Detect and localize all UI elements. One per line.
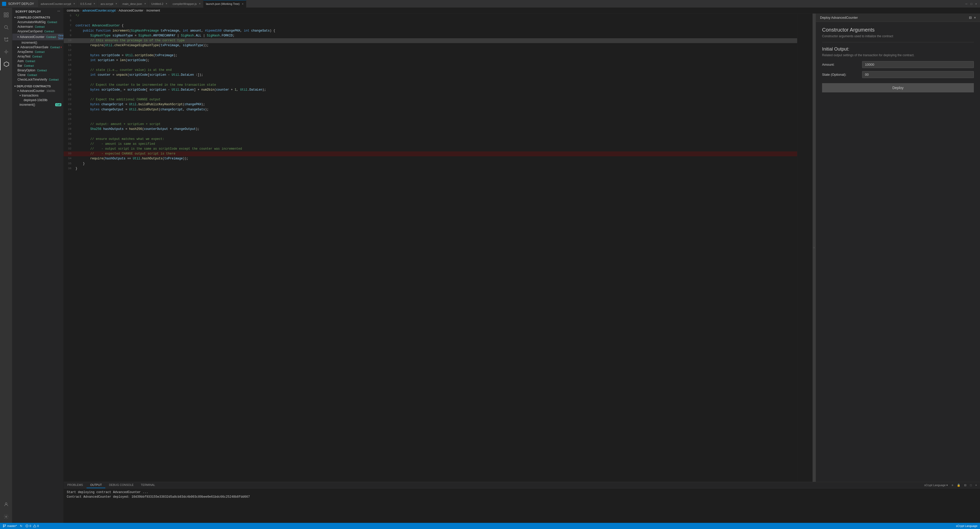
sidebar-item-asm[interactable]: Asm Contract bbox=[12, 59, 64, 64]
tab-advancedcounter-scrypt[interactable]: advancedCounter.scrypt× bbox=[38, 0, 78, 8]
tab-main-desc-json[interactable]: main_desc.json× bbox=[120, 0, 149, 8]
tab-close-icon[interactable]: × bbox=[144, 2, 146, 5]
sidebar-item-accumulator[interactable]: AccumulatorMultiSig Contract bbox=[12, 20, 64, 24]
tab-untitled-2[interactable]: Untitled-2× bbox=[149, 0, 170, 8]
tab-output[interactable]: OUTPUT bbox=[86, 482, 105, 488]
sidebar-item-arraytest[interactable]: ArrayTest Contract bbox=[12, 54, 64, 59]
tab-close-icon[interactable]: × bbox=[73, 2, 75, 5]
sidebar-item-transactions[interactable]: ▾ transactions bbox=[12, 93, 64, 98]
tab-compilerwrapper-js[interactable]: compilerWrapper.js× bbox=[170, 0, 204, 8]
code-line: 6 bbox=[64, 19, 797, 23]
tab-bar: advancedCounter.scrypt×0.5.5.md×acs.scry… bbox=[38, 0, 962, 8]
state-input[interactable] bbox=[862, 71, 974, 78]
amount-row: Amount: bbox=[822, 61, 974, 68]
tab-close-icon[interactable]: × bbox=[199, 2, 200, 5]
code-line: 20 bytes scriptCode_ = scriptCode[ scrip… bbox=[64, 87, 797, 92]
activity-debug[interactable] bbox=[0, 46, 12, 58]
bottom-tab-bar: PROBLEMS OUTPUT DEBUG CONSOLE TERMINAL s… bbox=[64, 482, 980, 488]
tab-launch-json--working-tree-[interactable]: launch.json (Working Tree)× bbox=[204, 0, 246, 8]
sidebar-item-clone[interactable]: Clone Contract bbox=[12, 73, 64, 77]
sidebar-item-checklocktime[interactable]: CheckLockTimeVerify Contract bbox=[12, 77, 64, 82]
code-line: 30 // ensure output matches what we expe… bbox=[64, 137, 797, 142]
tab-close-icon[interactable]: × bbox=[165, 2, 167, 5]
code-line: 11 require(Util.checkPreimageSigHashType… bbox=[64, 43, 797, 48]
tab-close-icon[interactable]: × bbox=[116, 2, 117, 5]
window-close[interactable]: × bbox=[974, 2, 978, 6]
tab-acs-scrypt[interactable]: acs.scrypt× bbox=[98, 0, 120, 8]
sidebar-item-anyonecanspend[interactable]: AnyoneCanSpend Contract bbox=[12, 29, 64, 33]
activity-source-control[interactable] bbox=[0, 33, 12, 46]
code-line: 31 // - amount is same as specified bbox=[64, 142, 797, 146]
activity-bar bbox=[0, 8, 12, 523]
panel-split-icon[interactable]: ⊟ bbox=[969, 16, 972, 19]
output-close-icon[interactable]: × bbox=[974, 483, 978, 487]
activity-explorer[interactable] bbox=[0, 9, 12, 21]
code-line: 29 bbox=[64, 132, 797, 137]
tab-0-5-5-md[interactable]: 0.5.5.md× bbox=[78, 0, 98, 8]
sidebar-item-deployed-increment[interactable]: increment() Call bbox=[12, 102, 64, 107]
output-line-2: Contract AdvancedCounter deployed: 10d39… bbox=[67, 495, 977, 499]
code-line: 13 bytes scriptCode = Util.scriptCode(tx… bbox=[64, 53, 797, 58]
activity-account[interactable] bbox=[0, 498, 12, 510]
code-editor[interactable]: 5 */ 6 7 contract AdvancedCounter { 8 pu… bbox=[64, 14, 797, 482]
sidebar-item-arraydemo[interactable]: ArrayDemo Contract bbox=[12, 49, 64, 54]
output-expand-icon[interactable]: □ bbox=[969, 483, 973, 487]
bottom-tab-actions: sCrypt Language ▾ ≡ 🔒 ⊟ □ × bbox=[923, 482, 980, 488]
warning-icon bbox=[33, 524, 36, 527]
error-dot bbox=[61, 46, 61, 48]
sidebar-item-ackermann[interactable]: Ackermann Contract bbox=[12, 24, 64, 29]
app-title: SCRYPT DEPLOY bbox=[8, 2, 34, 6]
output-collapse-icon[interactable]: ⊟ bbox=[963, 483, 967, 488]
tab-problems[interactable]: PROBLEMS bbox=[64, 482, 86, 488]
activity-search[interactable] bbox=[0, 21, 12, 33]
code-line: 14 int scriptLen = len(scriptCode); bbox=[64, 58, 797, 63]
output-lock-icon[interactable]: 🔒 bbox=[956, 483, 961, 488]
code-line: 18 bbox=[64, 78, 797, 83]
amount-input[interactable] bbox=[862, 61, 974, 68]
activity-scrypt[interactable] bbox=[0, 58, 12, 70]
constructor-args-subtitle: Constructor arguments used to initialize… bbox=[822, 34, 974, 38]
sidebar-item-binaryoption[interactable]: BinaryOption Contract bbox=[12, 68, 64, 73]
window-minimize[interactable]: ─ bbox=[964, 2, 969, 6]
compiled-contracts-section[interactable]: ▾ COMPILED CONTRACTS bbox=[12, 15, 64, 20]
code-line: 10 // this ensures the preimage is of th… bbox=[64, 38, 797, 43]
code-line: 17 int counter = unpack(scriptCode[scrip… bbox=[64, 73, 797, 78]
output-list-icon[interactable]: ≡ bbox=[950, 483, 954, 487]
status-language[interactable]: sCrypt Language bbox=[956, 524, 977, 527]
svg-point-10 bbox=[5, 502, 7, 504]
deployed-contracts-section[interactable]: ▾ DEPLOYED CONTRACTS bbox=[12, 84, 64, 89]
status-sync[interactable]: ↻ bbox=[20, 524, 22, 528]
code-line: 26 bbox=[64, 117, 797, 122]
sidebar-more-btn[interactable]: ⋯ bbox=[57, 10, 60, 13]
code-line: 16 // state (i.e., counter value) is at … bbox=[64, 68, 797, 73]
sidebar-item-deployed-advancedcounter[interactable]: ▾ AdvancedCounter 10d39b bbox=[12, 89, 64, 93]
deploy-panel-header: Deploy AdvancedCounter ⊟ × bbox=[816, 14, 980, 22]
deploy-button[interactable]: Deploy bbox=[822, 83, 974, 92]
tab-terminal[interactable]: TERMINAL bbox=[137, 482, 159, 488]
panel-close-btn[interactable]: × bbox=[974, 16, 976, 19]
code-line: 27 // output: amount + scriptLen + scrip… bbox=[64, 122, 797, 127]
activity-settings[interactable] bbox=[0, 510, 12, 523]
status-branch[interactable]: master* bbox=[3, 524, 17, 528]
sidebar-item-advancedcounter[interactable]: ▾ AdvancedCounter Contract View Source bbox=[12, 33, 64, 40]
sidebar-item-deployed-tx[interactable]: deployed-10d39b bbox=[12, 98, 64, 102]
code-line: 24 bytes changeOutput = Util.buildOutput… bbox=[64, 107, 797, 112]
tab-debug-console[interactable]: DEBUG CONSOLE bbox=[105, 482, 137, 488]
sidebar-item-advancedtokensale[interactable]: ▶ AdvancedTokenSale Contract bbox=[12, 45, 64, 49]
panel-resize-handle[interactable]: T bbox=[813, 14, 816, 482]
status-errors[interactable]: 0 0 bbox=[25, 524, 39, 527]
deploy-panel-title: Deploy AdvancedCounter bbox=[820, 16, 858, 19]
app-icon bbox=[2, 2, 6, 6]
sidebar-item-bar[interactable]: Bar Contract bbox=[12, 64, 64, 68]
tab-close-icon[interactable]: × bbox=[94, 2, 95, 5]
window-maximize[interactable]: □ bbox=[969, 2, 973, 6]
code-line: 32 // - output script is the same as scr… bbox=[64, 146, 797, 151]
sidebar-item-increment[interactable]: increment() bbox=[12, 40, 64, 45]
output-language-selector[interactable]: sCrypt Language ▾ bbox=[923, 483, 949, 488]
code-line: 23 bytes changeScript = Util.buildPublic… bbox=[64, 102, 797, 107]
code-line: 15 bbox=[64, 63, 797, 68]
call-badge[interactable]: Call bbox=[55, 103, 61, 106]
tab-close-icon[interactable]: × bbox=[242, 3, 243, 5]
status-bar: master* ↻ 0 0 sCrypt Language bbox=[0, 523, 980, 529]
svg-point-4 bbox=[4, 25, 8, 29]
